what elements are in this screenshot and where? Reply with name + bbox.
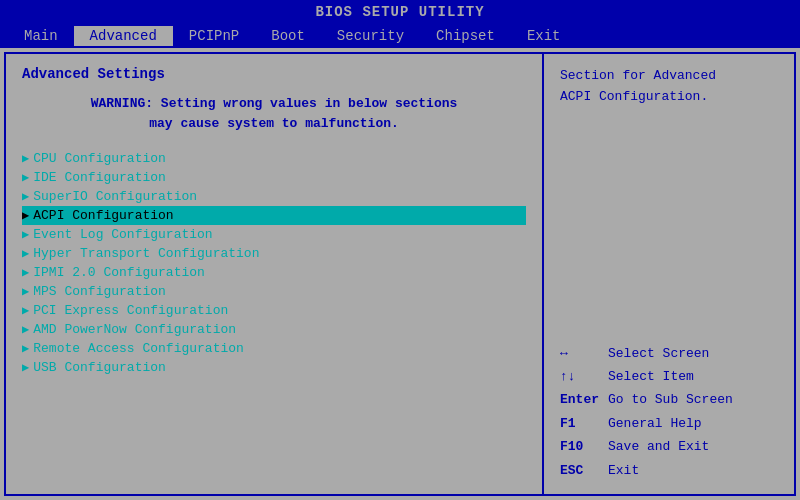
- config-item-10[interactable]: ▶Remote Access Configuration: [22, 339, 526, 358]
- menu-bar: MainAdvancedPCIPnPBootSecurityChipsetExi…: [0, 24, 800, 48]
- arrow-icon-10: ▶: [22, 341, 29, 356]
- bios-title: BIOS SETUP UTILITY: [315, 4, 484, 20]
- config-item-3[interactable]: ▶ACPI Configuration: [22, 206, 526, 225]
- config-label-0: CPU Configuration: [33, 151, 166, 166]
- config-item-2[interactable]: ▶SuperIO Configuration: [22, 187, 526, 206]
- config-label-6: IPMI 2.0 Configuration: [33, 265, 205, 280]
- arrow-icon-1: ▶: [22, 170, 29, 185]
- arrow-icon-5: ▶: [22, 246, 29, 261]
- arrow-icon-3: ▶: [22, 208, 29, 223]
- config-item-1[interactable]: ▶IDE Configuration: [22, 168, 526, 187]
- key-name-3: F1: [560, 412, 600, 435]
- key-name-2: Enter: [560, 388, 600, 411]
- key-desc-3: General Help: [608, 412, 702, 435]
- config-item-4[interactable]: ▶Event Log Configuration: [22, 225, 526, 244]
- key-desc-0: Select Screen: [608, 342, 709, 365]
- config-label-5: Hyper Transport Configuration: [33, 246, 259, 261]
- config-label-2: SuperIO Configuration: [33, 189, 197, 204]
- warning-line1: WARNING: Setting wrong values in below s…: [91, 96, 458, 111]
- menu-item-advanced[interactable]: Advanced: [74, 26, 173, 46]
- key-name-0: ↔: [560, 342, 600, 365]
- key-row-4: F10Save and Exit: [560, 435, 778, 458]
- key-desc-2: Go to Sub Screen: [608, 388, 733, 411]
- config-item-0[interactable]: ▶CPU Configuration: [22, 149, 526, 168]
- arrow-icon-8: ▶: [22, 303, 29, 318]
- key-row-5: ESCExit: [560, 459, 778, 482]
- section-title: Advanced Settings: [22, 66, 526, 82]
- key-help-section: ↔Select Screen↑↓Select ItemEnterGo to Su…: [560, 342, 778, 482]
- warning-text: WARNING: Setting wrong values in below s…: [22, 94, 526, 133]
- key-row-3: F1General Help: [560, 412, 778, 435]
- config-item-11[interactable]: ▶USB Configuration: [22, 358, 526, 377]
- arrow-icon-6: ▶: [22, 265, 29, 280]
- key-desc-5: Exit: [608, 459, 639, 482]
- menu-item-pciPnp[interactable]: PCIPnP: [173, 26, 255, 46]
- config-label-11: USB Configuration: [33, 360, 166, 375]
- key-row-1: ↑↓Select Item: [560, 365, 778, 388]
- arrow-icon-0: ▶: [22, 151, 29, 166]
- title-bar: BIOS SETUP UTILITY: [0, 0, 800, 24]
- left-panel: Advanced Settings WARNING: Setting wrong…: [6, 54, 544, 494]
- config-label-4: Event Log Configuration: [33, 227, 212, 242]
- config-label-3: ACPI Configuration: [33, 208, 173, 223]
- key-name-1: ↑↓: [560, 365, 600, 388]
- config-label-7: MPS Configuration: [33, 284, 166, 299]
- help-section: Section for AdvancedACPI Configuration.: [560, 66, 778, 108]
- menu-item-main[interactable]: Main: [8, 26, 74, 46]
- config-item-8[interactable]: ▶PCI Express Configuration: [22, 301, 526, 320]
- config-label-9: AMD PowerNow Configuration: [33, 322, 236, 337]
- arrow-icon-7: ▶: [22, 284, 29, 299]
- config-item-9[interactable]: ▶AMD PowerNow Configuration: [22, 320, 526, 339]
- config-label-8: PCI Express Configuration: [33, 303, 228, 318]
- warning-line2: may cause system to malfunction.: [149, 116, 399, 131]
- key-desc-4: Save and Exit: [608, 435, 709, 458]
- arrow-icon-2: ▶: [22, 189, 29, 204]
- config-label-1: IDE Configuration: [33, 170, 166, 185]
- key-row-0: ↔Select Screen: [560, 342, 778, 365]
- menu-item-exit[interactable]: Exit: [511, 26, 577, 46]
- menu-item-security[interactable]: Security: [321, 26, 420, 46]
- right-panel: Section for AdvancedACPI Configuration. …: [544, 54, 794, 494]
- arrow-icon-11: ▶: [22, 360, 29, 375]
- key-desc-1: Select Item: [608, 365, 694, 388]
- key-name-5: ESC: [560, 459, 600, 482]
- config-list: ▶CPU Configuration▶IDE Configuration▶Sup…: [22, 149, 526, 377]
- menu-item-boot[interactable]: Boot: [255, 26, 321, 46]
- config-label-10: Remote Access Configuration: [33, 341, 244, 356]
- config-item-6[interactable]: ▶IPMI 2.0 Configuration: [22, 263, 526, 282]
- key-name-4: F10: [560, 435, 600, 458]
- key-row-2: EnterGo to Sub Screen: [560, 388, 778, 411]
- bios-app: BIOS SETUP UTILITY MainAdvancedPCIPnPBoo…: [0, 0, 800, 500]
- config-item-7[interactable]: ▶MPS Configuration: [22, 282, 526, 301]
- arrow-icon-9: ▶: [22, 322, 29, 337]
- config-item-5[interactable]: ▶Hyper Transport Configuration: [22, 244, 526, 263]
- content-area: Advanced Settings WARNING: Setting wrong…: [4, 52, 796, 496]
- arrow-icon-4: ▶: [22, 227, 29, 242]
- menu-item-chipset[interactable]: Chipset: [420, 26, 511, 46]
